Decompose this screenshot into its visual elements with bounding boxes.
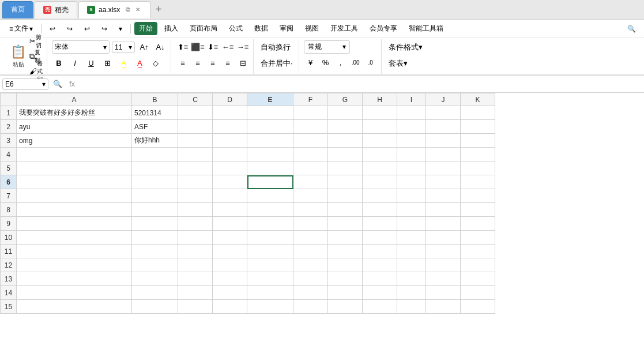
row-header-13[interactable]: 13 [1, 272, 17, 286]
cell-C1[interactable] [178, 106, 213, 120]
tab-daoke[interactable]: 壳 稻壳 [35, 1, 77, 18]
cell-J12[interactable] [426, 258, 461, 272]
cell-B14[interactable] [132, 286, 178, 300]
cell-B1[interactable]: 5201314 [132, 106, 178, 120]
indent-right-button[interactable]: →≡ [236, 40, 250, 54]
cell-I1[interactable] [397, 106, 426, 120]
wrap-text-button[interactable]: 自动换行 [258, 40, 293, 54]
cell-F7[interactable] [293, 189, 328, 203]
underline-button[interactable]: U [84, 57, 98, 70]
cell-G10[interactable] [328, 231, 363, 245]
cell-H13[interactable] [363, 272, 397, 286]
cell-G3[interactable] [328, 134, 363, 148]
row-header-9[interactable]: 9 [1, 217, 17, 231]
cell-G8[interactable] [328, 203, 363, 217]
comma-button[interactable]: , [334, 56, 348, 70]
font-color-button[interactable]: A̲ [133, 57, 146, 70]
row-header-3[interactable]: 3 [1, 134, 17, 148]
cell-D12[interactable] [213, 258, 247, 272]
border-button[interactable]: ⊞ [100, 57, 114, 70]
menu-more-arrow[interactable]: ▾ [114, 23, 127, 35]
cell-I3[interactable] [397, 134, 426, 148]
cell-D10[interactable] [213, 231, 247, 245]
cell-C12[interactable] [178, 258, 213, 272]
tab-excel[interactable]: S aa.xlsx ⧉ ✕ [78, 1, 150, 18]
table-format-button[interactable]: 套表▾ [386, 57, 410, 70]
cell-B13[interactable] [132, 272, 178, 286]
cell-D14[interactable] [213, 286, 247, 300]
cell-F9[interactable] [293, 217, 328, 231]
cell-A8[interactable] [17, 203, 132, 217]
row-header-7[interactable]: 7 [1, 189, 17, 203]
cell-I15[interactable] [397, 300, 426, 314]
cell-B2[interactable]: ASF [132, 120, 178, 134]
cell-A5[interactable] [17, 161, 132, 175]
cell-K3[interactable] [461, 134, 495, 148]
menu-file[interactable]: ≡ 文件 ▾ [5, 22, 37, 35]
condition-format-button[interactable]: 条件格式▾ [386, 40, 425, 54]
cell-G13[interactable] [328, 272, 363, 286]
menu-devtools[interactable]: 开发工具 [326, 22, 363, 35]
col-header-i[interactable]: I [397, 93, 426, 106]
tab-restore-icon[interactable]: ⧉ [126, 6, 130, 13]
cell-E15[interactable] [247, 300, 293, 314]
cell-F3[interactable] [293, 134, 328, 148]
cell-I11[interactable] [397, 245, 426, 258]
cell-I12[interactable] [397, 258, 426, 272]
cell-E12[interactable] [247, 258, 293, 272]
row-header-6[interactable]: 6 [1, 175, 17, 189]
cell-G5[interactable] [328, 161, 363, 175]
cell-J3[interactable] [426, 134, 461, 148]
cell-F13[interactable] [293, 272, 328, 286]
cell-D9[interactable] [213, 217, 247, 231]
menu-data[interactable]: 数据 [250, 22, 273, 35]
number-format-selector[interactable]: 常规 ▾ [304, 40, 350, 54]
cell-K7[interactable] [461, 189, 495, 203]
cell-I2[interactable] [397, 120, 426, 134]
cell-H3[interactable] [363, 134, 397, 148]
cell-G2[interactable] [328, 120, 363, 134]
row-header-2[interactable]: 2 [1, 120, 17, 134]
cell-E6[interactable] [247, 175, 293, 189]
format-painter-button[interactable]: 🖌 格式刷 [29, 65, 43, 78]
cell-I14[interactable] [397, 286, 426, 300]
row-header-14[interactable]: 14 [1, 286, 17, 300]
menu-start[interactable]: 开始 [134, 22, 157, 35]
cell-I8[interactable] [397, 203, 426, 217]
cell-J7[interactable] [426, 189, 461, 203]
row-header-11[interactable]: 11 [1, 245, 17, 258]
cell-E13[interactable] [247, 272, 293, 286]
cell-J11[interactable] [426, 245, 461, 258]
cell-F8[interactable] [293, 203, 328, 217]
tab-home[interactable]: 首页 [2, 1, 33, 18]
cell-D8[interactable] [213, 203, 247, 217]
cell-F11[interactable] [293, 245, 328, 258]
distribute-button[interactable]: ⊟ [236, 57, 250, 70]
cell-A7[interactable] [17, 189, 132, 203]
row-header-10[interactable]: 10 [1, 231, 17, 245]
align-right-button[interactable]: ≡ [206, 57, 220, 70]
paste-button[interactable]: 📋 粘贴 [8, 42, 28, 72]
cell-A9[interactable] [17, 217, 132, 231]
cell-E11[interactable] [247, 245, 293, 258]
cell-J15[interactable] [426, 300, 461, 314]
cell-F2[interactable] [293, 120, 328, 134]
cell-C4[interactable] [178, 148, 213, 161]
cell-H10[interactable] [363, 231, 397, 245]
cell-C14[interactable] [178, 286, 213, 300]
increase-decimal-button[interactable]: .00 [349, 56, 363, 70]
cell-A2[interactable]: ayu [17, 120, 132, 134]
align-center-button[interactable]: ≡ [191, 57, 205, 70]
font-decrease-button[interactable]: A↓ [153, 40, 167, 54]
cell-A10[interactable] [17, 231, 132, 245]
cell-I13[interactable] [397, 272, 426, 286]
cell-F14[interactable] [293, 286, 328, 300]
cell-B15[interactable] [132, 300, 178, 314]
cell-K14[interactable] [461, 286, 495, 300]
row-header-1[interactable]: 1 [1, 106, 17, 120]
cell-B11[interactable] [132, 245, 178, 258]
col-header-f[interactable]: F [293, 93, 328, 106]
cell-I7[interactable] [397, 189, 426, 203]
italic-button[interactable]: I [68, 57, 82, 70]
row-header-12[interactable]: 12 [1, 258, 17, 272]
